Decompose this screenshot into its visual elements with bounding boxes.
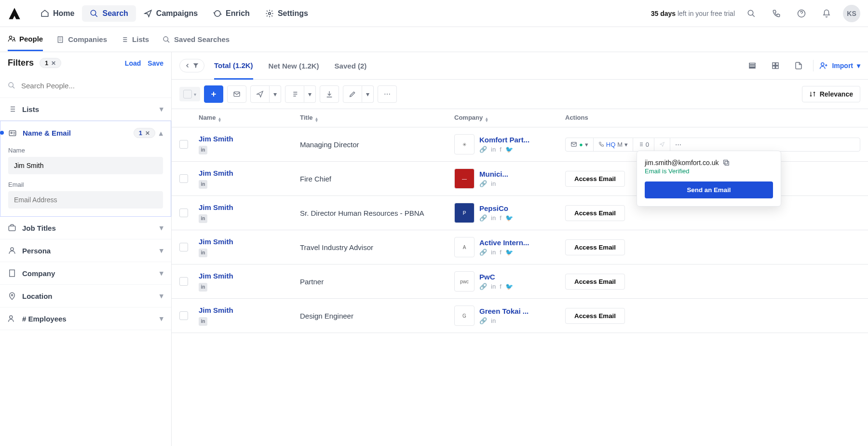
- in-icon[interactable]: in: [491, 180, 496, 187]
- in-icon[interactable]: in: [491, 283, 496, 290]
- row-more[interactable]: ⋯: [670, 138, 686, 151]
- person-name-link[interactable]: Jim Smith: [199, 135, 300, 143]
- collapse-filters-button[interactable]: [179, 59, 204, 72]
- nav-enrich[interactable]: Enrich: [205, 5, 258, 22]
- add-button[interactable]: [204, 85, 223, 103]
- fb-icon[interactable]: f: [500, 146, 502, 153]
- name-input[interactable]: [8, 157, 163, 174]
- filter-job-titles[interactable]: Job Titles▾: [0, 217, 171, 239]
- company-link[interactable]: PwC: [479, 273, 513, 281]
- row-checkbox[interactable]: [179, 277, 188, 286]
- clear-filters-x[interactable]: ✕: [51, 60, 56, 67]
- row-checkbox[interactable]: [179, 243, 188, 251]
- access-email-button[interactable]: Access Email: [565, 308, 625, 324]
- notifications-button[interactable]: [818, 5, 835, 22]
- avatar[interactable]: KS: [843, 5, 860, 22]
- nav-campaigns[interactable]: Campaigns: [136, 5, 205, 22]
- sort-arrows-icon[interactable]: ▲▼: [315, 117, 319, 122]
- company-link[interactable]: Komfort Part...: [479, 136, 529, 144]
- subnav-saved-searches[interactable]: Saved Searches: [163, 28, 230, 50]
- export-button[interactable]: [790, 57, 807, 74]
- clear-name-email-x[interactable]: ✕: [145, 130, 150, 137]
- linkedin-icon[interactable]: in: [199, 146, 207, 154]
- linkedin-icon[interactable]: in: [199, 317, 207, 326]
- sort-button[interactable]: Relevance: [802, 86, 860, 102]
- column-company[interactable]: Company▲▼: [454, 114, 565, 122]
- subnav-people[interactable]: People: [8, 28, 43, 51]
- sort-arrows-icon[interactable]: ▲▼: [217, 117, 221, 122]
- person-name-link[interactable]: Jim Smith: [199, 169, 300, 177]
- download-button[interactable]: [320, 85, 339, 103]
- linkedin-icon[interactable]: in: [199, 249, 207, 257]
- email-verified-badge[interactable]: ● ▾: [566, 138, 594, 151]
- select-all-dropdown[interactable]: ▾: [179, 87, 200, 101]
- row-checkbox[interactable]: [179, 174, 188, 183]
- in-icon[interactable]: in: [491, 317, 496, 324]
- nav-search[interactable]: Search: [82, 5, 136, 22]
- add-to-list-button[interactable]: [285, 85, 304, 103]
- link-icon[interactable]: 🔗: [479, 317, 487, 324]
- row-send[interactable]: [654, 138, 670, 151]
- view-list-button[interactable]: [744, 57, 761, 74]
- filters-count-badge[interactable]: 1✕: [40, 58, 61, 68]
- filter-employees[interactable]: # Employees▾: [0, 307, 171, 330]
- name-email-badge[interactable]: 1✕: [134, 128, 155, 138]
- send-email-button[interactable]: Send an Email: [645, 181, 773, 198]
- in-icon[interactable]: in: [491, 249, 496, 256]
- in-icon[interactable]: in: [491, 146, 496, 153]
- filter-company[interactable]: Company▾: [0, 262, 171, 284]
- edit-dropdown[interactable]: ▾: [362, 85, 374, 103]
- in-icon[interactable]: in: [491, 214, 496, 222]
- subnav-lists[interactable]: Lists: [121, 28, 149, 50]
- filter-lists[interactable]: Lists ▾: [0, 98, 171, 120]
- tw-icon[interactable]: 🐦: [505, 146, 513, 153]
- import-button[interactable]: Import ▾: [819, 61, 860, 70]
- person-name-link[interactable]: Jim Smith: [199, 237, 300, 246]
- help-button[interactable]: [793, 5, 810, 22]
- person-name-link[interactable]: Jim Smith: [199, 272, 300, 280]
- phone-button[interactable]: [768, 5, 785, 22]
- nav-home[interactable]: Home: [33, 5, 82, 22]
- row-checkbox[interactable]: [179, 140, 188, 149]
- linkedin-icon[interactable]: in: [199, 180, 207, 189]
- link-icon[interactable]: 🔗: [479, 146, 487, 153]
- column-title[interactable]: Title▲▼: [300, 114, 454, 122]
- access-email-button[interactable]: Access Email: [565, 171, 625, 187]
- subnav-companies[interactable]: Companies: [56, 28, 107, 50]
- global-search-button[interactable]: [743, 5, 760, 22]
- company-link[interactable]: Green Tokai ...: [479, 307, 529, 315]
- linkedin-icon[interactable]: in: [199, 283, 207, 292]
- load-filters-button[interactable]: Load: [125, 59, 141, 67]
- fb-icon[interactable]: f: [500, 214, 502, 222]
- copy-icon[interactable]: [722, 159, 730, 167]
- tw-icon[interactable]: 🐦: [505, 249, 513, 256]
- view-grid-button[interactable]: [767, 57, 784, 74]
- tab-total[interactable]: Total (1.2K): [214, 57, 253, 80]
- row-checkbox[interactable]: [179, 311, 188, 320]
- list-count[interactable]: 0: [633, 138, 654, 151]
- sort-arrows-icon[interactable]: ▲▼: [485, 117, 488, 122]
- sequence-button[interactable]: [250, 85, 270, 103]
- column-name[interactable]: Name▲▼: [199, 114, 300, 122]
- email-input[interactable]: [8, 191, 163, 209]
- save-filters-button[interactable]: Save: [148, 59, 163, 67]
- tab-net-new[interactable]: Net New (1.2K): [269, 58, 319, 74]
- filter-name-email[interactable]: Name & Email 1✕ ▴: [0, 121, 171, 145]
- filter-location[interactable]: Location▾: [0, 285, 171, 307]
- sequence-dropdown[interactable]: ▾: [270, 85, 281, 103]
- fb-icon[interactable]: f: [500, 249, 502, 256]
- tab-saved[interactable]: Saved (2): [335, 58, 367, 74]
- phone-hq[interactable]: HQ M ▾: [594, 138, 633, 151]
- add-to-list-dropdown[interactable]: ▾: [304, 85, 316, 103]
- nav-settings[interactable]: Settings: [258, 5, 316, 22]
- row-checkbox[interactable]: [179, 209, 188, 217]
- linkedin-icon[interactable]: in: [199, 214, 207, 223]
- filter-persona[interactable]: Persona▾: [0, 239, 171, 262]
- access-email-button[interactable]: Access Email: [565, 274, 625, 290]
- more-button[interactable]: ⋯: [378, 85, 397, 103]
- tw-icon[interactable]: 🐦: [505, 283, 513, 290]
- access-email-button[interactable]: Access Email: [565, 205, 625, 221]
- search-people-input[interactable]: [8, 78, 163, 94]
- email-button[interactable]: [227, 85, 246, 103]
- link-icon[interactable]: 🔗: [479, 283, 487, 290]
